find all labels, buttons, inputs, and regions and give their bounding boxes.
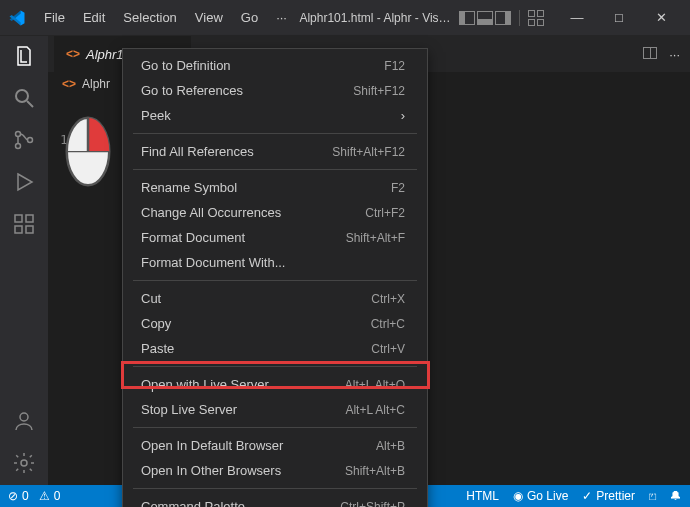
menu-item-shortcut: Ctrl+C	[371, 317, 405, 331]
menu-item-shortcut: Shift+Alt+F	[346, 231, 405, 245]
menu-selection[interactable]: Selection	[115, 6, 184, 29]
layout-grid-icon[interactable]	[528, 10, 544, 26]
activity-bar	[0, 36, 48, 485]
menu-item-cut[interactable]: CutCtrl+X	[123, 286, 427, 311]
explorer-icon[interactable]	[12, 44, 36, 68]
menu-item-format-document-with[interactable]: Format Document With...	[123, 250, 427, 275]
prettier-label: Prettier	[596, 489, 635, 503]
divider	[519, 10, 520, 26]
broadcast-icon: ◉	[513, 489, 523, 503]
menu-item-shortcut: Alt+L Alt+O	[345, 378, 405, 392]
source-control-icon[interactable]	[12, 128, 36, 152]
menu-item-stop-live-server[interactable]: Stop Live ServerAlt+L Alt+C	[123, 397, 427, 422]
menu-item-label: Copy	[141, 316, 371, 331]
status-prettier[interactable]: ✓ Prettier	[582, 489, 635, 503]
breadcrumb-label: Alphr	[82, 77, 110, 91]
menu-go[interactable]: Go	[233, 6, 266, 29]
warning-count: 0	[54, 489, 61, 503]
menu-view[interactable]: View	[187, 6, 231, 29]
menu-item-shortcut: Shift+Alt+B	[345, 464, 405, 478]
menu-item-shortcut: Ctrl+F2	[365, 206, 405, 220]
menu-file[interactable]: File	[36, 6, 73, 29]
menu-item-shortcut: Alt+B	[376, 439, 405, 453]
menu-item-open-in-other-browsers[interactable]: Open In Other BrowsersShift+Alt+B	[123, 458, 427, 483]
menu-item-label: Open In Default Browser	[141, 438, 376, 453]
context-menu: Go to DefinitionF12Go to ReferencesShift…	[122, 48, 428, 507]
svg-rect-5	[15, 215, 22, 222]
tab-actions: ···	[643, 47, 690, 62]
menu-item-label: Go to Definition	[141, 58, 384, 73]
svg-point-2	[16, 132, 21, 137]
menu-item-label: Go to References	[141, 83, 353, 98]
menu-item-shortcut: F12	[384, 59, 405, 73]
svg-rect-7	[26, 226, 33, 233]
menu-item-label: Peek	[141, 108, 401, 123]
menubar: File Edit Selection View Go ···	[36, 6, 295, 29]
more-actions-icon[interactable]: ···	[669, 47, 680, 62]
golive-label: Go Live	[527, 489, 568, 503]
menu-item-go-to-definition[interactable]: Go to DefinitionF12	[123, 53, 427, 78]
check-icon: ✓	[582, 489, 592, 503]
mouse-right-click-icon	[63, 114, 113, 189]
menu-item-shortcut: Shift+F12	[353, 84, 405, 98]
html-file-icon: <>	[66, 47, 80, 61]
status-feedback[interactable]: ⏍	[649, 489, 656, 503]
menu-more[interactable]: ···	[268, 6, 295, 29]
svg-line-1	[27, 101, 33, 107]
feedback-icon: ⏍	[649, 489, 656, 503]
title-center: Alphr101.html - Alphr - Vis…	[299, 10, 544, 26]
menu-item-label: Format Document With...	[141, 255, 405, 270]
menu-item-label: Find All References	[141, 144, 332, 159]
vscode-logo-icon	[8, 9, 26, 27]
titlebar: File Edit Selection View Go ··· Alphr101…	[0, 0, 690, 36]
menu-item-shortcut: Alt+L Alt+C	[345, 403, 405, 417]
menu-item-open-in-default-browser[interactable]: Open In Default BrowserAlt+B	[123, 433, 427, 458]
menu-item-label: Paste	[141, 341, 371, 356]
menu-item-paste[interactable]: PasteCtrl+V	[123, 336, 427, 361]
status-errors[interactable]: ⊘ 0	[8, 489, 29, 503]
menu-item-go-to-references[interactable]: Go to ReferencesShift+F12	[123, 78, 427, 103]
status-bell[interactable]: 🔔︎	[670, 489, 682, 503]
menu-item-label: Stop Live Server	[141, 402, 345, 417]
close-button[interactable]: ✕	[640, 3, 682, 33]
menu-separator	[133, 280, 417, 281]
warning-icon: ⚠	[39, 489, 50, 503]
panel-bottom-icon[interactable]	[477, 11, 493, 25]
menu-item-peek[interactable]: Peek›	[123, 103, 427, 128]
menu-item-open-with-live-server[interactable]: Open with Live ServerAlt+L Alt+O	[123, 372, 427, 397]
panel-right-icon[interactable]	[495, 11, 511, 25]
maximize-button[interactable]: □	[598, 3, 640, 33]
menu-item-find-all-references[interactable]: Find All ReferencesShift+Alt+F12	[123, 139, 427, 164]
menu-item-rename-symbol[interactable]: Rename SymbolF2	[123, 175, 427, 200]
menu-item-shortcut: F2	[391, 181, 405, 195]
menu-item-shortcut: Ctrl+V	[371, 342, 405, 356]
layout-controls	[459, 10, 544, 26]
bell-icon: 🔔︎	[670, 489, 682, 503]
error-icon: ⊘	[8, 489, 18, 503]
status-golive[interactable]: ◉ Go Live	[513, 489, 568, 503]
window-title: Alphr101.html - Alphr - Vis…	[299, 11, 450, 25]
split-editor-icon[interactable]	[643, 47, 657, 59]
error-count: 0	[22, 489, 29, 503]
status-language[interactable]: HTML	[466, 489, 499, 503]
html-file-icon: <>	[62, 77, 76, 91]
extensions-icon[interactable]	[12, 212, 36, 236]
status-warnings[interactable]: ⚠ 0	[39, 489, 61, 503]
chevron-right-icon: ›	[401, 108, 405, 123]
panel-left-icon[interactable]	[459, 11, 475, 25]
menu-separator	[133, 169, 417, 170]
minimize-button[interactable]: —	[556, 3, 598, 33]
menu-item-label: Format Document	[141, 230, 346, 245]
menu-separator	[133, 366, 417, 367]
menu-item-label: Change All Occurrences	[141, 205, 365, 220]
menu-item-command-palette[interactable]: Command Palette...Ctrl+Shift+P	[123, 494, 427, 507]
menu-item-change-all-occurrences[interactable]: Change All OccurrencesCtrl+F2	[123, 200, 427, 225]
menu-edit[interactable]: Edit	[75, 6, 113, 29]
settings-gear-icon[interactable]	[12, 451, 36, 475]
run-debug-icon[interactable]	[12, 170, 36, 194]
menu-item-copy[interactable]: CopyCtrl+C	[123, 311, 427, 336]
menu-item-format-document[interactable]: Format DocumentShift+Alt+F	[123, 225, 427, 250]
menu-separator	[133, 133, 417, 134]
account-icon[interactable]	[12, 409, 36, 433]
search-icon[interactable]	[12, 86, 36, 110]
